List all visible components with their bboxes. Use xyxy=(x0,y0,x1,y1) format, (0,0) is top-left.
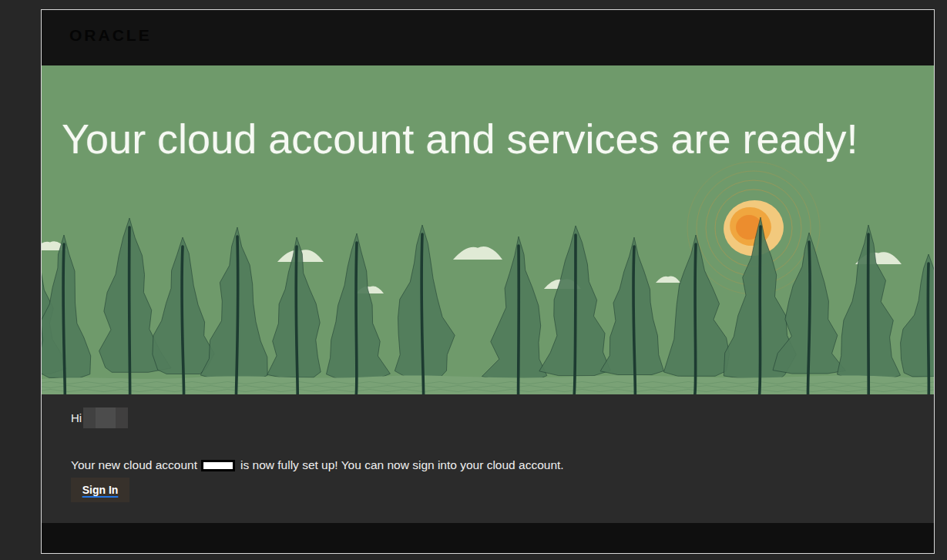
greeting-line: Hi xyxy=(71,407,128,428)
tree-trunk xyxy=(695,244,696,394)
oracle-logo: ORACLE xyxy=(69,26,152,45)
tree-trunk xyxy=(519,246,519,394)
email-header-bar: ORACLE xyxy=(42,10,934,65)
email-footer-bar xyxy=(42,523,934,553)
tree-trunk xyxy=(296,246,297,394)
tree-trunk xyxy=(574,235,576,394)
email-body: Hi Your new cloud accountis now fully se… xyxy=(42,394,934,523)
tree-trunk xyxy=(633,246,635,394)
sign-in-link[interactable]: Sign In xyxy=(82,484,119,496)
tree-trunk xyxy=(868,234,869,394)
tree-trunk xyxy=(63,244,65,394)
account-ready-paragraph: Your new cloud accountis now fully set u… xyxy=(71,458,564,473)
tree-trunk xyxy=(237,236,238,394)
email-message-frame: ORACLE Your cloud accoun xyxy=(41,9,935,554)
account-sentence-before: Your new cloud account xyxy=(71,458,197,471)
sign-in-button[interactable]: Sign In xyxy=(71,478,129,502)
tree-trunk xyxy=(760,226,761,394)
redacted-recipient-name xyxy=(83,407,128,428)
email-client-canvas: { "email": { "header": { "logo_text": "O… xyxy=(0,0,947,560)
tree-trunk xyxy=(129,227,130,394)
tree-trunk xyxy=(356,243,357,394)
tree-trunk xyxy=(928,263,929,394)
hero-banner: Your cloud account and services are read… xyxy=(42,65,934,394)
greeting-text: Hi xyxy=(71,407,82,428)
account-sentence-after: is now fully set up! You can now sign in… xyxy=(240,458,564,471)
hero-headline: Your cloud account and services are read… xyxy=(62,116,858,162)
redacted-account-name xyxy=(201,460,235,471)
